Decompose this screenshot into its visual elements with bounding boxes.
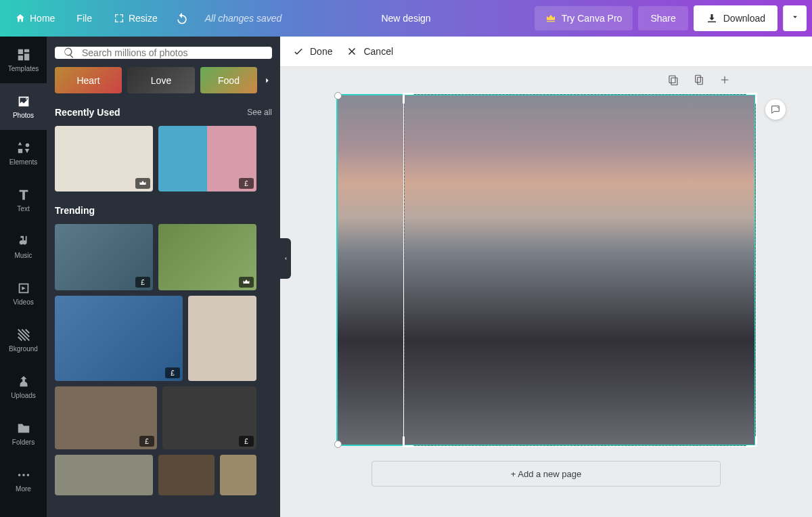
photo-thumbnail[interactable] [220,455,256,495]
chip-food[interactable]: Food [200,67,257,93]
done-button[interactable]: Done [292,45,332,58]
duplicate-page-icon[interactable] [667,74,679,86]
photo-thumbnail[interactable] [158,224,256,290]
crop-handle-bl[interactable] [403,436,413,447]
photo-thumbnail[interactable]: £ [55,386,157,449]
chevron-down-icon [790,12,800,22]
trending-header: Trending [55,205,272,216]
comment-icon [770,104,781,115]
nav-uploads[interactable]: Uploads [0,363,47,410]
svg-rect-3 [669,76,675,83]
cancel-button[interactable]: Cancel [346,45,393,58]
photo-thumbnail[interactable]: £ [158,126,256,192]
category-chips: Heart Love Food [55,67,272,93]
photo-thumbnail[interactable] [55,455,153,495]
home-button[interactable]: Home [5,7,64,29]
chip-heart[interactable]: Heart [55,67,122,93]
chip-love[interactable]: Love [127,67,195,93]
crop-action-bar: Done Cancel [280,37,812,67]
download-icon [706,12,718,24]
main-content: Templates Photos Elements Text Music Vid… [0,37,812,517]
share-button[interactable]: Share [638,6,687,30]
background-icon [16,328,31,342]
chevron-right-icon[interactable] [263,76,272,85]
download-label: Download [723,13,765,24]
nav-folders-label: Folders [12,439,35,446]
copy-page-icon[interactable] [693,74,705,86]
price-badge: £ [165,367,180,378]
undo-button[interactable] [170,6,194,30]
price-badge: £ [239,436,254,447]
svg-rect-6 [698,77,703,85]
new-design-label: New design [381,13,430,24]
nav-videos[interactable]: Videos [0,270,47,317]
home-icon [15,13,26,24]
add-page-button[interactable]: + Add a new page [371,461,721,487]
sidebar-strip: Templates Photos Elements Text Music Vid… [0,37,47,517]
recently-used-header: Recently Used See all [55,107,272,118]
nav-folders[interactable]: Folders [0,410,47,457]
nav-photos[interactable]: Photos [0,83,47,130]
panel-collapse-toggle[interactable] [280,238,291,279]
chevron-left-icon [282,255,289,262]
more-icon [16,468,31,482]
download-dropdown[interactable] [783,5,807,31]
download-button[interactable]: Download [694,5,777,31]
videos-icon [16,281,31,296]
topbar-right-group: Try Canva Pro Share Download [535,5,807,31]
svg-point-2 [26,474,29,476]
folders-icon [16,421,31,436]
nav-text[interactable]: Text [0,177,47,223]
canvas-area: Done Cancel [280,37,812,517]
photos-panel: Heart Love Food Recently Used See all £ … [47,37,280,517]
nav-background-label: Bkground [9,345,38,353]
nav-background[interactable]: Bkground [0,317,47,363]
cancel-label: Cancel [363,46,393,57]
crop-handle-tr[interactable] [746,93,757,104]
file-menu[interactable]: File [67,7,102,29]
nav-elements[interactable]: Elements [0,130,47,177]
crown-badge [239,277,254,288]
photo-thumbnail[interactable] [55,126,153,192]
price-badge: £ [139,436,154,447]
search-input[interactable] [82,47,264,58]
nav-videos-label: Videos [13,298,33,306]
nav-music[interactable]: Music [0,223,47,270]
music-icon [16,234,31,249]
file-label: File [76,13,92,24]
nav-photos-label: Photos [13,112,34,119]
nav-more[interactable]: More [0,457,47,503]
svg-point-1 [22,474,25,476]
try-pro-button[interactable]: Try Canva Pro [535,6,633,30]
search-icon [63,47,75,59]
try-pro-label: Try Canva Pro [562,13,623,24]
comment-button[interactable] [765,99,786,120]
nav-music-label: Music [14,252,32,259]
crop-overlay[interactable] [404,94,756,446]
crop-handle-br[interactable] [746,436,757,447]
check-icon [292,45,304,58]
photo-thumbnail[interactable]: £ [162,386,256,449]
photo-thumbnail[interactable]: £ [55,296,183,381]
photo-thumbnail[interactable]: £ [55,224,153,290]
nav-more-label: More [16,485,31,493]
see-all-link[interactable]: See all [247,108,272,117]
add-page-icon[interactable] [719,74,731,86]
new-design-button[interactable]: New design [371,7,440,29]
photo-thumbnail[interactable] [158,455,215,495]
nav-templates-label: Templates [8,65,39,72]
crown-icon [139,179,147,187]
resize-handle-bl[interactable] [334,441,342,448]
recently-used-title: Recently Used [55,107,120,118]
resize-handle-tl[interactable] [334,92,342,99]
nav-templates[interactable]: Templates [0,37,47,83]
crop-handle-tl[interactable] [403,93,413,104]
svg-point-0 [18,474,20,476]
canvas-frame[interactable] [336,94,756,446]
crown-icon [242,278,250,286]
resize-button[interactable]: Resize [104,7,167,29]
elements-icon [16,141,31,156]
top-menu-bar: Home File Resize All changes saved New d… [0,0,812,37]
photo-thumbnail[interactable] [188,296,256,381]
page-tools [667,74,731,86]
